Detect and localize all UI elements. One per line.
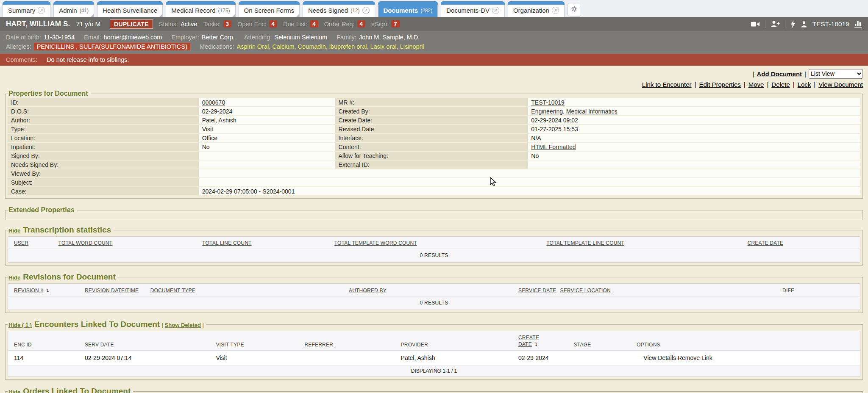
signed-by-label: Signed By: [8,152,199,161]
dos-value: 02-29-2024 [199,107,335,116]
hide-transcription-link[interactable]: Hide [8,227,20,234]
sort-desc-icon[interactable]: ↴ [533,341,538,348]
tab-documents[interactable]: Documents(282) [378,1,438,17]
property-row: Viewed By: [8,169,860,178]
tab-medical-record[interactable]: Medical Record(175) [166,1,235,17]
medications-value[interactable]: Aspirin Oral, Calcium, Coumadin, ibuprof… [236,43,424,50]
delete-link[interactable]: Delete [771,81,790,88]
col-visit-type[interactable]: VISIT TYPE [216,342,244,348]
dos-label: D.O.S: [8,107,199,116]
popout-icon[interactable]: ↗ [492,7,499,14]
add-document-link[interactable]: Add Document [757,70,802,77]
col-options: OPTIONS [637,342,660,348]
mr-value-link[interactable]: TEST-10019 [531,99,565,106]
created-by-value-link[interactable]: Engineering, Medical Informatics [531,108,617,115]
edit-properties-link[interactable]: Edit Properties [699,81,740,88]
employer-value: Better Corp. [202,34,235,41]
tab-cap [508,1,565,5]
lock-link[interactable]: Lock [798,81,811,88]
col-revision-number[interactable]: REVISION # [14,288,43,293]
link-to-encounter-link[interactable]: Link to Encounter [642,81,692,88]
allergies-badge[interactable]: PENICILLINS , SULFA(SULFONAMIDE ANTIBIOT… [34,43,190,50]
family-value: John M. Sample, M.D. [359,34,420,41]
popout-icon[interactable]: ↗ [38,7,45,14]
due-list-count-badge[interactable]: 4 [310,20,318,28]
tab-label: Medical Record [171,7,215,14]
show-deleted-link[interactable]: Show Deleted [165,322,201,328]
move-link[interactable]: Move [748,81,764,88]
comments-value: Do not release info to siblings. [47,56,129,63]
created-by-label: Created By: [335,107,528,116]
col-service-date[interactable]: SERVICE DATE [518,288,556,293]
view-mode-select[interactable]: List View [809,69,863,79]
tab-label: Organization [513,7,549,14]
add-person-icon[interactable] [771,20,780,28]
stage-cell [572,351,635,365]
lightning-icon[interactable] [790,20,796,28]
viewed-by-value [199,169,860,178]
col-total-template-word-count[interactable]: TOTAL TEMPLATE WORD COUNT [334,240,417,246]
content-value-link[interactable]: HTML Formatted [531,144,576,150]
revisions-table: REVISION #↴ REVISION DATE/TIME DOCUMENT … [8,283,860,310]
col-total-template-line-count[interactable]: TOTAL TEMPLATE LINE COUNT [546,240,624,246]
revised-date-label: Revised Date: [335,125,528,134]
id-value-link[interactable]: 0000670 [202,99,225,106]
esign-count-badge[interactable]: 7 [391,20,400,28]
order-req-count-badge[interactable]: 4 [357,20,366,28]
status-label: Status: [159,21,178,28]
view-document-link[interactable]: View Document [818,81,863,88]
revisions-section: HideRevisions for Document REVISION #↴ R… [5,272,863,313]
hide-orders-link[interactable]: Hide [8,389,20,393]
property-row: D.O.S: 02-29-2024 Created By: Engineerin… [8,107,860,116]
hide-revisions-link[interactable]: Hide [8,274,20,281]
col-service-location[interactable]: SERVICE LOCATION [560,288,610,293]
col-create-date-line1[interactable]: CREATE [518,335,539,340]
col-serv-date[interactable]: SERV DATE [85,342,114,348]
col-authored-by[interactable]: AUTHORED BY [349,288,387,293]
tab-settings-button[interactable] [568,3,581,17]
tab-documents-dv[interactable]: Documents-DV↗ [441,1,505,17]
create-date-cell: 02-29-2024 [517,351,572,365]
tab-on-screen-forms[interactable]: On Screen Forms [239,1,300,17]
person-icon[interactable] [801,21,807,28]
tab-organization[interactable]: Organization↗ [508,1,565,17]
col-create-date-line2[interactable]: DATE [518,341,532,347]
col-create-date[interactable]: CREATE DATE [748,240,783,246]
col-provider[interactable]: PROVIDER [401,342,428,348]
tab-needs-signed[interactable]: Needs Signed(12)↗ [303,1,375,17]
author-value-link[interactable]: Patel, Ashish [202,117,236,124]
popout-icon[interactable]: ↗ [362,7,370,14]
col-total-word-count[interactable]: TOTAL WORD COUNT [58,240,113,246]
video-visit-icon[interactable] [751,21,760,28]
property-row: Location: Office Interface: N/A [8,134,860,143]
tab-cap [378,1,438,5]
flowchart-icon[interactable] [854,20,862,28]
patient-name: HART, WILLIAM S. [6,20,70,28]
encounters-paging-status: DISPLAYING 1-1 / 1 [8,365,860,377]
sort-desc-icon[interactable]: ↴ [45,287,49,293]
patient-id[interactable]: TEST-10019 [812,20,849,28]
tasks-count-badge[interactable]: 3 [223,20,232,28]
encounter-row[interactable]: 114 02-29-2024 07:14 Visit Patel, Ashish… [8,351,860,365]
popout-icon[interactable]: ↗ [552,7,559,14]
dob-value: 11-30-1954 [44,34,75,41]
allow-teaching-value: No [528,152,860,161]
tab-health-surveillance[interactable]: Health Surveillance [97,1,163,17]
col-user[interactable]: USER [14,240,28,246]
comments-label: Comments: [6,56,37,63]
col-revision-datetime[interactable]: REVISION DATE/TIME [85,288,139,293]
open-enc-count-badge[interactable]: 4 [269,20,278,28]
medications-label: Medications: [200,43,234,50]
tab-summary[interactable]: Summary↗ [3,1,50,17]
col-total-line-count[interactable]: TOTAL LINE COUNT [202,240,251,246]
col-stage[interactable]: STAGE [574,342,591,348]
col-document-type[interactable]: DOCUMENT TYPE [150,288,195,293]
col-referrer[interactable]: REFERRER [304,342,333,348]
encounter-options-cell[interactable]: View Details Remove Link [635,351,860,365]
col-enc-id[interactable]: ENC ID [14,342,32,348]
order-req-label: Order Req: [324,21,355,28]
tab-admin[interactable]: Admin(41) [53,1,94,17]
hide-encounters-link[interactable]: Hide ( 1 ) [8,322,32,328]
allow-teaching-label: Allow for Teaching: [335,152,528,161]
duplicate-badge[interactable]: DUPLICATE [110,19,153,29]
